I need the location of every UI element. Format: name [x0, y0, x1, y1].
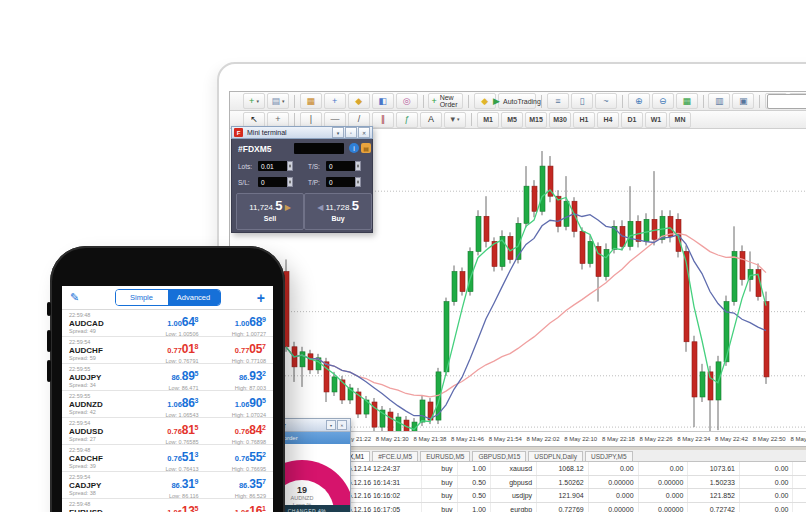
quote-bid[interactable]: 1.06863Low: 1.06543 — [131, 393, 199, 417]
quote-bid[interactable]: 1.06135 — [131, 501, 199, 512]
time-axis-label: 8 May 22:18 — [602, 436, 635, 442]
quote-ask[interactable]: 1.06905High: 1.07024 — [199, 393, 267, 417]
quote-info: 22:59:54AUDUSDSpread: 27 — [69, 420, 131, 444]
candle — [524, 186, 529, 223]
quote-row-cadchf[interactable]: 22:59:48CADCHFSpread: 390.76513Low: 0.76… — [62, 445, 273, 472]
info-icon[interactable]: i — [349, 143, 359, 153]
quote-bid-price: 86.319 — [131, 474, 199, 492]
quote-high: High: 86.529 — [199, 493, 267, 499]
table-cell: 1.00 — [458, 462, 491, 475]
quote-low: Low: 1.06543 — [131, 412, 199, 418]
quote-ask[interactable]: 1.06161 — [199, 501, 267, 512]
terminal-tab-eurusd-m5[interactable]: EURUSD,M5 — [420, 451, 470, 461]
sl-input[interactable]: 0 — [258, 177, 289, 187]
table-cell: 0.00 — [589, 462, 639, 475]
table-cell — [793, 503, 806, 512]
time-axis-label: 8 May 22:50 — [753, 436, 786, 442]
table-cell — [793, 476, 806, 489]
terminal-tab--fce-u-m5[interactable]: #FCE.U,M5 — [372, 451, 418, 461]
quote-bid-price: 1.06863 — [131, 393, 199, 411]
table-cell: 121.904 — [537, 489, 589, 502]
settings-icon[interactable]: ▤ — [361, 143, 371, 153]
candle — [708, 372, 713, 400]
quote-row-audchf[interactable]: 22:59:54AUDCHFSpread: 590.77018Low: 0.76… — [62, 337, 273, 364]
quote-row-audcad[interactable]: 22:59:48AUDCADSpread: 491.00648Low: 1.00… — [62, 310, 273, 337]
quote-row-eurusd[interactable]: 22:59:48EURUSD1.061351.06161 — [62, 499, 273, 512]
candle — [588, 241, 593, 263]
candle — [460, 272, 465, 292]
quote-ask[interactable]: 86.932High: 87.003 — [199, 366, 267, 390]
quote-row-cadjpy[interactable]: 22:59:54CADJPYSpread: 3886.319Low: 86.11… — [62, 472, 273, 499]
table-cell: 0.00000 — [639, 503, 689, 512]
quote-bid-price: 1.06135 — [131, 501, 199, 512]
quote-row-audjpy[interactable]: 22:59:55AUDJPYSpread: 3486.895Low: 86.47… — [62, 364, 273, 391]
mini-terminal-titlebar[interactable]: F Mini terminal ▾ ▫ ✕ — [231, 126, 373, 139]
time-axis-label: 8 May 22:26 — [640, 436, 673, 442]
quote-high: High: 0.76898 — [199, 439, 267, 445]
add-symbol-icon[interactable]: + — [245, 290, 265, 306]
quote-row-audnzd[interactable]: 22:59:55AUDNZDSpread: 421.06863Low: 1.06… — [62, 391, 273, 418]
candle — [332, 377, 337, 392]
quote-ask[interactable]: 86.357High: 86.529 — [199, 474, 267, 498]
terminal-tab-gbpusd-m15[interactable]: GBPUSD,M15 — [472, 451, 526, 461]
quote-pair: AUDNZD — [69, 400, 131, 409]
table-cell: 0.72742 — [688, 503, 740, 512]
time-axis-label: 8 May 22:02 — [527, 436, 560, 442]
window-collapse-icon[interactable]: ▫ — [345, 127, 357, 138]
sl-label: S/L: — [238, 179, 250, 186]
quote-pair: AUDJPY — [69, 373, 131, 382]
tab-advanced[interactable]: Advanced — [168, 290, 220, 305]
quote-ask[interactable]: 0.76842High: 0.76898 — [199, 420, 267, 444]
window-close-icon[interactable]: ✕ — [337, 420, 347, 430]
quote-bid[interactable]: 86.319Low: 86.116 — [131, 474, 199, 498]
stage: +▾▤▾▦+◆◧◎+New Order◆▶AutoTrading≡▯~⊕⊖▦▥▣… — [0, 0, 806, 512]
tp-stepper[interactable] — [355, 177, 361, 187]
quote-ask[interactable]: 0.76552High: 0.76695 — [199, 447, 267, 471]
buy-price-big: 5 — [352, 198, 359, 213]
quote-bid[interactable]: 86.895Low: 86.471 — [131, 366, 199, 390]
quote-bid[interactable]: 0.76513Low: 0.76413 — [131, 447, 199, 471]
candle — [484, 216, 489, 241]
sl-stepper[interactable] — [287, 177, 293, 187]
window-menu-icon[interactable]: ▾ — [332, 127, 344, 138]
buy-button[interactable]: ◀ 11,728.5 Buy — [304, 193, 372, 230]
quote-low: Low: 86.471 — [131, 385, 199, 391]
quote-spread: Spread: 27 — [69, 436, 131, 442]
ts-input[interactable]: 0 — [326, 161, 357, 171]
candle — [636, 221, 641, 241]
quote-ask-price: 1.06161 — [199, 501, 267, 512]
quote-spread: Spread: 39 — [69, 463, 131, 469]
quote-ask[interactable]: 1.00689High: 1.00727 — [199, 312, 267, 336]
quote-bid[interactable]: 0.76815Low: 0.76585 — [131, 420, 199, 444]
table-cell: 1073.61 — [688, 462, 740, 475]
lots-input[interactable]: 0.01 — [258, 161, 289, 171]
edit-pencil-icon[interactable]: ✎ — [70, 291, 90, 304]
quote-row-audusd[interactable]: 22:59:54AUDUSDSpread: 270.76815Low: 0.76… — [62, 418, 273, 445]
lots-stepper[interactable] — [287, 161, 293, 171]
candle — [532, 186, 537, 211]
quote-spread: Spread: 42 — [69, 409, 131, 415]
tab-simple[interactable]: Simple — [116, 290, 168, 305]
app-logo-icon: F — [234, 128, 243, 137]
terminal-tab-usdjpy-m5[interactable]: USDJPY,M5 — [585, 451, 633, 461]
sell-price: 11,724. — [249, 203, 275, 212]
table-cell: 0.00 — [639, 462, 689, 475]
quote-bid[interactable]: 1.00648Low: 1.00506 — [131, 312, 199, 336]
quote-ask-price: 86.357 — [199, 474, 267, 492]
sell-price-big: 5 — [275, 198, 282, 213]
candle — [508, 236, 513, 259]
window-menu-icon[interactable]: ▾ — [326, 420, 336, 430]
quote-ask[interactable]: 0.77057High: 0.77108 — [199, 339, 267, 363]
quote-time: 22:59:55 — [69, 393, 131, 399]
window-close-icon[interactable]: ✕ — [358, 127, 370, 138]
candle — [604, 249, 609, 276]
quote-info: 22:59:48AUDCADSpread: 49 — [69, 312, 131, 336]
quote-time: 22:59:55 — [69, 366, 131, 372]
ts-stepper[interactable] — [355, 161, 361, 171]
quote-bid[interactable]: 0.77018Low: 0.76791 — [131, 339, 199, 363]
quote-bid-price: 86.895 — [131, 366, 199, 384]
tp-input[interactable]: 0 — [326, 177, 357, 187]
sell-button[interactable]: 11,724.5 ▶ Sell — [236, 193, 304, 230]
table-cell: gbpusd — [491, 476, 537, 489]
terminal-tab-usdpln-daily[interactable]: USDPLN,Daily — [528, 451, 583, 461]
